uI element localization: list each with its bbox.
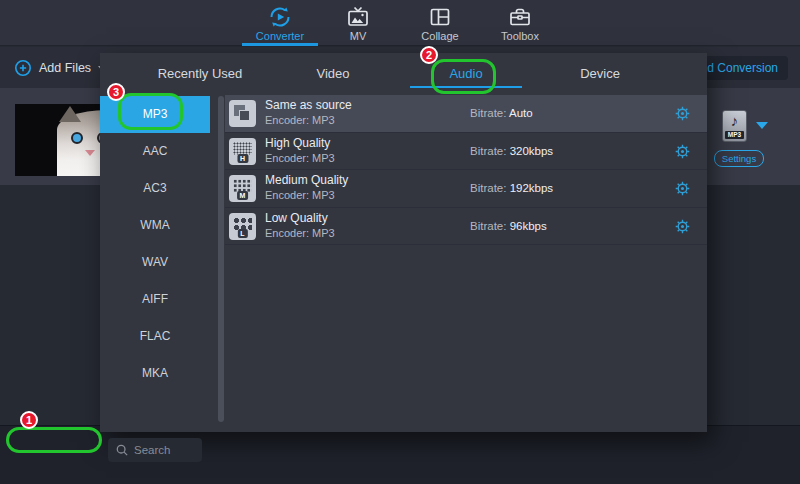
profile-name: Low Quality: [265, 211, 328, 225]
sidebar-item-ac3[interactable]: AC3: [100, 170, 210, 207]
format-dropdown-caret[interactable]: [756, 122, 768, 129]
same-as-source-icon: [229, 100, 256, 127]
profile-row-low-quality[interactable]: L Low Quality Encoder: MP3 Bitrate: 96kb…: [225, 208, 707, 246]
search-box: [108, 438, 202, 462]
settings-button[interactable]: Settings: [714, 150, 764, 167]
tab-audio[interactable]: Audio: [406, 53, 526, 95]
profile-settings-gear-icon[interactable]: [673, 180, 691, 198]
tab-device[interactable]: Device: [540, 53, 660, 95]
high-quality-icon: H: [229, 138, 256, 165]
nav-label: Toolbox: [482, 30, 558, 42]
sidebar-item-wma[interactable]: WMA: [100, 207, 210, 244]
nav-tab-toolbox[interactable]: Toolbox: [482, 0, 558, 46]
profile-encoder: Encoder: MP3: [265, 114, 335, 126]
low-quality-icon: L: [229, 213, 256, 240]
format-picker-panel: Recently Used Video Audio Device MP3 AAC…: [100, 53, 707, 432]
search-input[interactable]: [134, 444, 194, 456]
converter-icon: [268, 5, 292, 29]
mp3-file-icon[interactable]: MP3: [722, 110, 747, 142]
cat-nose: [85, 150, 95, 156]
profile-row-same-as-source[interactable]: Same as source Encoder: MP3 Bitrate: Aut…: [225, 95, 707, 133]
app-window: Converter MV Collage: [0, 0, 800, 484]
active-tab-underline: [242, 43, 318, 46]
output-format-cell: MP3 Settings: [710, 88, 800, 185]
nav-label: Collage: [402, 30, 478, 42]
profile-row-medium-quality[interactable]: M Medium Quality Encoder: MP3 Bitrate: 1…: [225, 170, 707, 208]
format-badge: MP3: [725, 131, 744, 139]
tab-recently-used[interactable]: Recently Used: [140, 53, 260, 95]
profile-name: High Quality: [265, 136, 330, 150]
active-tab-underline: [410, 86, 522, 88]
profile-row-high-quality[interactable]: H High Quality Encoder: MP3 Bitrate: 320…: [225, 133, 707, 171]
medium-quality-icon: M: [229, 175, 256, 202]
add-files-button[interactable]: Add Files: [14, 55, 106, 81]
collage-icon: [428, 5, 452, 29]
tab-video[interactable]: Video: [273, 53, 393, 95]
profile-encoder: Encoder: MP3: [265, 227, 335, 239]
profile-settings-gear-icon[interactable]: [673, 143, 691, 161]
sidebar-item-mp3[interactable]: MP3: [100, 96, 210, 133]
nav-tab-mv[interactable]: MV: [320, 0, 396, 46]
mv-icon: [346, 5, 370, 29]
toolbox-icon: [508, 5, 532, 29]
profile-name: Medium Quality: [265, 173, 348, 187]
profile-list: Same as source Encoder: MP3 Bitrate: Aut…: [225, 95, 707, 432]
sidebar-item-wav[interactable]: WAV: [100, 244, 210, 281]
sidebar-item-aiff[interactable]: AIFF: [100, 281, 210, 318]
profile-settings-gear-icon[interactable]: [673, 218, 691, 236]
cat-ear: [59, 106, 81, 122]
add-plus-icon: [14, 59, 32, 77]
search-icon: [116, 444, 128, 456]
profile-bitrate: Bitrate: Auto: [470, 107, 533, 119]
top-navigation: Converter MV Collage: [0, 0, 800, 46]
profile-encoder: Encoder: MP3: [265, 189, 335, 201]
nav-tab-converter[interactable]: Converter: [242, 0, 318, 46]
music-note-icon: [723, 112, 746, 129]
sidebar-item-mka[interactable]: MKA: [100, 355, 210, 392]
cat-eye: [71, 132, 83, 144]
profile-settings-gear-icon[interactable]: [673, 105, 691, 123]
profile-name: Same as source: [265, 98, 352, 112]
nav-label: Converter: [242, 30, 318, 42]
nav-tab-collage[interactable]: Collage: [402, 0, 478, 46]
profile-bitrate: Bitrate: 192kbps: [470, 182, 553, 194]
add-files-label: Add Files: [39, 61, 91, 75]
profile-encoder: Encoder: MP3: [265, 152, 335, 164]
nav-label: MV: [320, 30, 396, 42]
sidebar-scrollbar[interactable]: [218, 96, 224, 422]
format-sidebar: MP3 AAC AC3 WMA WAV AIFF FLAC MKA: [100, 96, 210, 432]
profile-bitrate: Bitrate: 320kbps: [470, 145, 553, 157]
profile-bitrate: Bitrate: 96kbps: [470, 220, 547, 232]
sidebar-item-aac[interactable]: AAC: [100, 133, 210, 170]
sidebar-item-flac[interactable]: FLAC: [100, 318, 210, 355]
